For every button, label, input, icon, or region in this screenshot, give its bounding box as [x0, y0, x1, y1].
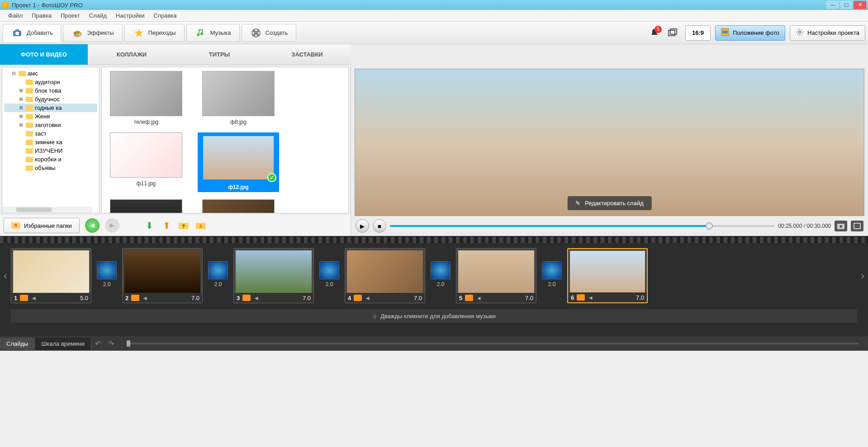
thumbnail-item[interactable] [198, 199, 279, 213]
tree-item[interactable]: ⊞блок това [4, 86, 97, 95]
transition-item[interactable]: 2.0 [207, 261, 229, 290]
thumbnail-grid[interactable]: телеф.jpgф8.jpgф11.jpg✓ф12.jpg [101, 67, 349, 213]
tab-music[interactable]: Музыка [186, 24, 240, 42]
tree-scrollbar[interactable] [2, 207, 93, 213]
menu-settings[interactable]: Настройки [111, 10, 149, 21]
fullscreen-button[interactable] [851, 221, 863, 231]
bottom-tab-timeline[interactable]: Шкала времени [35, 338, 91, 350]
minimize-button[interactable]: — [826, 1, 839, 9]
stop-button[interactable]: ■ [373, 219, 386, 233]
timeline-slide[interactable]: 1◄5.0 [11, 248, 91, 303]
pencil-icon[interactable] [131, 295, 139, 301]
pencil-icon[interactable] [242, 295, 251, 301]
speaker-icon[interactable]: ◄ [253, 295, 259, 301]
tree-item[interactable]: ИЗУЧЕНИ [4, 146, 97, 155]
tree-item[interactable]: заст [4, 129, 97, 138]
menu-file[interactable]: Файл [4, 10, 27, 21]
play-button[interactable]: ▶ [356, 219, 369, 233]
tree-item[interactable]: ⊞Женя [4, 112, 97, 121]
menu-slide[interactable]: Слайд [85, 10, 111, 21]
subtab-collages[interactable]: КОЛЛАЖИ [88, 44, 175, 65]
tree-item-label: коробки и [35, 156, 62, 163]
timeline-slide[interactable]: 5◄7.0 [456, 248, 536, 303]
close-button[interactable]: ✕ [854, 1, 866, 9]
speaker-icon[interactable]: ◄ [476, 295, 482, 301]
undo-button[interactable]: ↶ [91, 338, 104, 350]
thumbnail-item[interactable]: ✓ф12.jpg [198, 132, 279, 192]
thumbnail-item[interactable]: ф8.jpg [198, 71, 279, 125]
tab-effects[interactable]: Эффекты [63, 24, 122, 42]
edit-slide-button[interactable]: ✎ Редактировать слайд [567, 196, 652, 210]
gallery-icon[interactable] [667, 28, 678, 38]
folder-icon [26, 140, 33, 145]
folder-icon [26, 157, 33, 162]
transition-item[interactable]: 2.0 [541, 261, 563, 290]
tree-item[interactable]: ⊞будучнос [4, 95, 97, 104]
timeline-slide[interactable]: 6◄7.0 [567, 248, 648, 303]
slides-row[interactable]: ‹ › 1◄5.02.02◄7.02.03◄7.02.04◄7.02.05◄7.… [0, 244, 868, 307]
menu-project[interactable]: Проект [56, 10, 85, 21]
subtab-splash[interactable]: ЗАСТАВКИ [263, 44, 351, 65]
timeline-nav-left[interactable]: ‹ [1, 267, 10, 285]
menu-help[interactable]: Справка [149, 10, 181, 21]
toolbar: Добавить Эффекты Переходы Музыка Создать… [0, 22, 868, 44]
menu-edit[interactable]: Правка [27, 10, 56, 21]
timeline-slide[interactable]: 3◄7.0 [233, 248, 314, 303]
folder-icon [26, 131, 33, 136]
progress-bar[interactable] [390, 225, 774, 227]
tree-item[interactable]: объявы [4, 164, 97, 172]
nav-back-button[interactable]: ◄ [85, 218, 100, 233]
maximize-button[interactable]: ▢ [840, 1, 853, 9]
speaker-icon[interactable]: ◄ [365, 295, 370, 301]
nav-forward-button[interactable]: ► [105, 218, 119, 233]
snapshot-button[interactable] [835, 221, 847, 231]
transition-item[interactable]: 2.0 [96, 261, 118, 290]
bottom-tab-slides[interactable]: Слайды [0, 338, 35, 350]
tree-item[interactable]: коробки и [4, 155, 97, 164]
slide-number: 5 [459, 295, 462, 301]
subtab-titles[interactable]: ТИТРЫ [175, 44, 263, 65]
folder-tree[interactable]: ⊟амсаудитори⊞блок това⊞будучнос⊞годные к… [2, 67, 100, 213]
pencil-icon[interactable] [577, 294, 585, 301]
svg-point-3 [73, 31, 81, 37]
timeline-slide[interactable]: 2◄7.0 [122, 248, 203, 303]
timeline-slide[interactable]: 4◄7.0 [345, 248, 425, 303]
pencil-icon[interactable] [354, 295, 362, 301]
thumbnail-item[interactable]: ф11.jpg [105, 132, 187, 192]
tree-item[interactable]: ⊞годные ка [4, 104, 97, 112]
tree-item[interactable]: зимние ка [4, 138, 97, 146]
music-track[interactable]: ♫ Дважды кликните для добавления музыки [11, 309, 857, 323]
slide-thumbnail [458, 250, 534, 293]
import-folder-button[interactable] [178, 220, 190, 231]
pencil-icon[interactable] [20, 295, 28, 301]
aspect-ratio-button[interactable]: 16:9 [685, 25, 711, 41]
speaker-icon[interactable]: ◄ [588, 294, 593, 301]
tree-item[interactable]: ⊟амс [4, 69, 97, 78]
tab-create[interactable]: Создать [242, 24, 296, 42]
app-icon [2, 1, 9, 9]
tab-transitions[interactable]: Переходы [124, 24, 185, 42]
tab-add[interactable]: Добавить [3, 24, 61, 42]
photo-position-button[interactable]: Положение фото [715, 25, 785, 41]
download-button[interactable]: ⬇ [144, 220, 156, 231]
subtab-photo-video[interactable]: ФОТО И ВИДЕО [0, 44, 88, 65]
tree-item[interactable]: аудитори [4, 78, 97, 86]
favorite-folders-button[interactable]: Избранные папки [4, 218, 80, 233]
upload-button[interactable]: ⬆ [161, 220, 173, 231]
timeline-nav-right[interactable]: › [858, 267, 867, 285]
speaker-icon[interactable]: ◄ [142, 295, 148, 301]
project-settings-button[interactable]: Настройки проекта [790, 25, 865, 41]
preview-viewport[interactable]: ✎ Редактировать слайд [355, 69, 864, 216]
thumbnail-item[interactable]: телеф.jpg [105, 71, 187, 125]
thumbnail-item[interactable] [105, 199, 187, 213]
pencil-icon[interactable] [465, 295, 473, 301]
tree-item[interactable]: ⊞заготовки [4, 121, 97, 129]
transition-item[interactable]: 2.0 [430, 261, 451, 290]
transition-item[interactable]: 2.0 [318, 261, 340, 290]
export-folder-button[interactable] [195, 220, 207, 231]
zoom-slider[interactable] [127, 343, 859, 344]
speaker-icon[interactable]: ◄ [31, 295, 37, 301]
slide-footer: 1◄5.0 [11, 293, 91, 303]
notifications-button[interactable]: 5 [649, 28, 660, 38]
redo-button[interactable]: ↷ [104, 338, 118, 350]
